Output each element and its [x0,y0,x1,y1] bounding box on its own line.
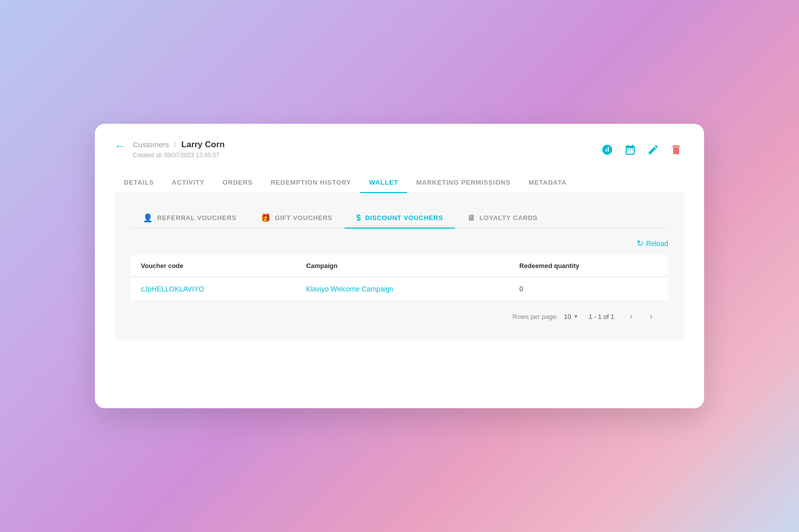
col-campaign: Campaign [296,255,509,277]
wallet-content: 👤 REFERRAL VOUCHERS 🎁 GIFT VOUCHERS $ DI… [115,194,684,339]
breadcrumb-separator: / [174,140,176,149]
page-info: 1 - 1 of 1 [589,313,614,320]
chevron-down-icon: ▼ [573,313,579,319]
loyalty-cards-icon: 🖥 [467,214,475,223]
sub-tabs: 👤 REFERRAL VOUCHERS 🎁 GIFT VOUCHERS $ DI… [131,208,668,229]
gift-vouchers-icon: 🎁 [261,213,271,223]
tab-metadata[interactable]: METADATA [519,173,575,193]
table-header-row: Voucher code Campaign Redeemed quantity [131,255,668,277]
header-left: ← Customers / Larry Corn Created at: 09/… [115,140,225,159]
chart-icon-button[interactable] [599,142,615,158]
sub-tab-loyalty-cards[interactable]: 🖥 LOYALTY CARDS [455,208,549,229]
sub-tab-gift-label: GIFT VOUCHERS [275,214,332,222]
tab-wallet[interactable]: WALLET [360,173,407,193]
rows-per-page-label: Rows per page: [512,313,558,320]
reload-button[interactable]: ↻ Reload [637,239,668,248]
tab-activity[interactable]: ACTIVITY [163,173,213,193]
vouchers-table-wrapper: Voucher code Campaign Redeemed quantity … [131,255,668,301]
breadcrumb-child: Larry Corn [181,140,225,149]
col-redeemed-quantity: Redeemed quantity [509,255,668,277]
next-page-button[interactable]: › [644,309,658,323]
sub-tab-loyalty-label: LOYALTY CARDS [479,214,538,222]
table-row: cJpHELLOKLAVIYO Klaviyo Welcome Campaign… [131,277,668,301]
reload-label: Reload [646,240,668,248]
sub-tab-gift-vouchers[interactable]: 🎁 GIFT VOUCHERS [249,208,345,229]
voucher-code-cell[interactable]: cJpHELLOKLAVIYO [131,277,296,301]
tab-marketing-permissions[interactable]: MARKETING PERMISSIONS [407,173,519,193]
sub-tab-referral-label: REFERRAL VOUCHERS [157,214,237,222]
main-card: ← Customers / Larry Corn Created at: 09/… [95,124,704,408]
rows-per-page-select[interactable]: 10 ▼ [564,313,578,320]
reload-row: ↻ Reload [131,239,668,248]
col-voucher-code: Voucher code [131,255,296,277]
delete-icon-button[interactable] [668,142,684,158]
prev-page-button[interactable]: ‹ [624,309,638,323]
redeemed-qty-cell: 0 [509,277,668,301]
campaign-cell[interactable]: Klaviyo Welcome Campaign [296,277,509,301]
discount-vouchers-icon: $ [357,214,362,223]
main-tabs: DETAILS ACTIVITY ORDERS REDEMPTION HISTO… [115,173,684,193]
vouchers-table: Voucher code Campaign Redeemed quantity … [131,255,668,301]
sub-tab-discount-label: DISCOUNT VOUCHERS [365,214,443,222]
pagination-row: Rows per page: 10 ▼ 1 - 1 of 1 ‹ › [131,301,668,323]
calendar-icon-button[interactable] [622,142,638,158]
table-body: cJpHELLOKLAVIYO Klaviyo Welcome Campaign… [131,277,668,301]
edit-icon-button[interactable] [645,142,661,158]
tab-redemption-history[interactable]: REDEMPTION HISTORY [262,173,360,193]
page-header: ← Customers / Larry Corn Created at: 09/… [115,140,684,159]
created-at-label: Created at: 09/07/2023 13:45:37 [133,152,225,159]
breadcrumb-parent: Customers [133,140,169,149]
breadcrumb: Customers / Larry Corn [133,140,225,150]
rows-per-page-value: 10 [564,313,571,320]
reload-icon: ↻ [637,239,643,248]
referral-vouchers-icon: 👤 [143,213,153,223]
sub-tab-discount-vouchers[interactable]: $ DISCOUNT VOUCHERS [345,208,455,229]
header-titles: Customers / Larry Corn Created at: 09/07… [133,140,225,159]
tab-details[interactable]: DETAILS [115,173,163,193]
table-header: Voucher code Campaign Redeemed quantity [131,255,668,277]
header-actions [599,142,684,158]
back-button[interactable]: ← [115,141,126,152]
sub-tab-referral-vouchers[interactable]: 👤 REFERRAL VOUCHERS [131,208,249,229]
tab-orders[interactable]: ORDERS [214,173,262,193]
